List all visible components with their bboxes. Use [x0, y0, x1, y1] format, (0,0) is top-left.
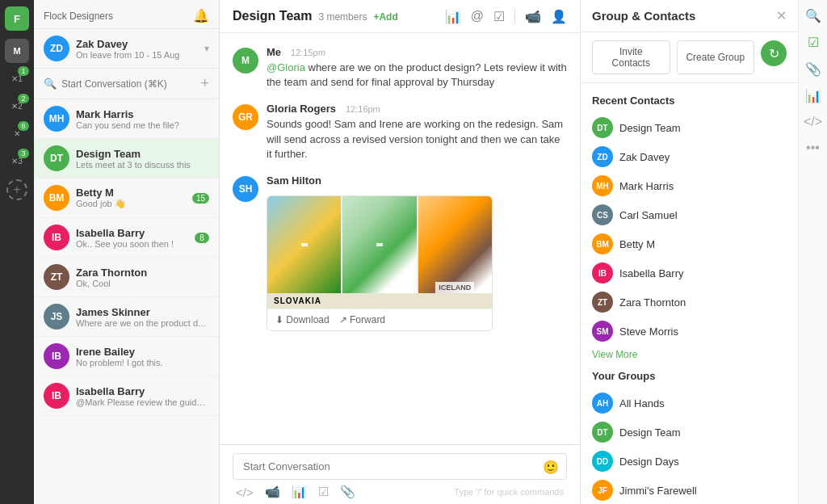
- message-header: Gloria Rogers 12:16pm: [267, 103, 567, 117]
- attachment-actions: ⬇ Download ↗ Forward: [267, 309, 492, 330]
- chat-input-area: 🙂 </> 📹 📊 ☑ 📎 Type '/' for quick command…: [220, 444, 580, 504]
- conversation-item-isabella-barry[interactable]: IB Isabella Barry Ok.. See you soon then…: [34, 218, 219, 258]
- attachment-icon[interactable]: 📎: [340, 485, 355, 499]
- add-workspace-button[interactable]: +: [6, 179, 27, 200]
- sidebar-header: Flock Designers 🔔: [34, 0, 219, 29]
- view-more-contacts-link[interactable]: View More: [592, 349, 787, 360]
- chat-title: Design Team: [233, 9, 312, 23]
- conversation-item-isabella-barry-2[interactable]: IB Isabella Barry @Mark Please review th…: [34, 376, 219, 416]
- nav-item-3[interactable]: ✕ 6: [5, 121, 29, 145]
- conversation-item-mark-harris[interactable]: MH Mark Harris Can you send me the file?: [34, 99, 219, 139]
- refresh-button[interactable]: ↻: [761, 40, 787, 66]
- group-item-jimmis-farewell[interactable]: JF Jimmi's Farewell: [592, 476, 787, 504]
- contact-avatar: MH: [592, 175, 613, 196]
- username: Zak Davey: [76, 38, 179, 50]
- notification-bell-icon[interactable]: 🔔: [193, 8, 209, 23]
- nav-item-1[interactable]: ✕1 1: [5, 66, 29, 90]
- conversation-item-zara-thornton[interactable]: ZT Zara Thornton Ok, Cool: [34, 258, 219, 297]
- group-item-all-hands[interactable]: AH All Hands: [592, 388, 787, 418]
- contact-item-zak-davey[interactable]: ZD Zak Davey: [592, 142, 787, 171]
- emoji-button[interactable]: 🙂: [543, 459, 559, 474]
- new-conversation-button[interactable]: +: [200, 75, 209, 92]
- contact-name: Isabella Barry: [619, 267, 683, 279]
- close-panel-button[interactable]: ✕: [776, 8, 787, 23]
- bar-chart-icon[interactable]: 📊: [805, 88, 821, 103]
- contact-item-mark-harris[interactable]: MH Mark Harris: [592, 171, 787, 200]
- chat-toolbar: </> 📹 📊 ☑ 📎 Type '/' for quick commands: [233, 480, 567, 501]
- contact-item-steve-morris[interactable]: SM Steve Morris: [592, 317, 787, 346]
- attachment-images: ICELAND: [267, 196, 492, 293]
- image-label-2: [376, 243, 383, 246]
- checklist-icon[interactable]: ☑: [318, 485, 329, 499]
- search-input[interactable]: [61, 78, 195, 90]
- contact-item-carl-samuel[interactable]: CS Carl Samuel: [592, 200, 787, 229]
- message-input[interactable]: [233, 453, 567, 480]
- company-name: Flock Designers: [44, 10, 187, 22]
- sidebar-item-info: Mark Harris Can you send me the file?: [76, 108, 209, 130]
- create-group-button[interactable]: Create Group: [677, 40, 755, 74]
- message-preview: @Mark Please review the guidelines: [76, 397, 209, 407]
- video-icon[interactable]: 📹: [525, 9, 541, 24]
- group-item-design-team[interactable]: DT Design Team: [592, 418, 787, 447]
- message-time: 12:16pm: [346, 104, 380, 114]
- mention-icon[interactable]: @: [471, 9, 484, 23]
- image-label-3: ICELAND: [435, 282, 474, 293]
- conversation-list: MH Mark Harris Can you send me the file?…: [34, 99, 219, 504]
- contact-name: Betty M: [76, 187, 186, 199]
- more-icon[interactable]: •••: [806, 141, 820, 155]
- members-icon[interactable]: 👤: [551, 9, 567, 24]
- group-name: Design Team: [619, 426, 681, 439]
- contact-item-design-team[interactable]: DT Design Team: [592, 113, 787, 142]
- message-item: M Me 12:15pm @Gloria where are we on the…: [233, 46, 567, 90]
- app-avatar[interactable]: F: [5, 6, 29, 31]
- nav-item-2[interactable]: ✕2 2: [5, 94, 29, 118]
- forward-button[interactable]: ↗ Forward: [339, 314, 385, 326]
- group-contacts-icon[interactable]: ☑: [808, 35, 819, 50]
- avatar: DT: [44, 145, 69, 171]
- right-panel: Group & Contacts ✕ Invite Contacts Creat…: [580, 0, 798, 504]
- chart-icon[interactable]: 📊: [292, 485, 307, 499]
- contact-avatar: IB: [592, 262, 613, 284]
- contact-name: Zak Davey: [619, 151, 670, 163]
- add-members-button[interactable]: +Add: [373, 11, 397, 23]
- search-icon: 🔍: [44, 78, 57, 90]
- group-name: All Hands: [619, 397, 665, 410]
- header-divider: [514, 8, 515, 24]
- code-icon[interactable]: </>: [804, 115, 822, 129]
- group-item-design-days[interactable]: DD Design Days: [592, 447, 787, 476]
- input-wrapper: 🙂: [233, 453, 567, 480]
- message-text: @Gloria where are we on the product desi…: [267, 61, 567, 90]
- nav-item-m[interactable]: M: [5, 39, 29, 63]
- conversation-item-irene-bailey[interactable]: IB Irene Bailey No problem! I got this.: [34, 337, 219, 376]
- contact-avatar: SM: [592, 321, 613, 342]
- conversation-item-james-skinner[interactable]: JS James Skinner Where are we on the pro…: [34, 297, 219, 337]
- checklist-icon[interactable]: ☑: [493, 9, 505, 24]
- right-panel-content: Recent Contacts DT Design Team ZD Zak Da…: [581, 83, 798, 504]
- group-avatar: DD: [592, 451, 613, 472]
- contact-item-zara-thornton[interactable]: ZT Zara Thornton: [592, 288, 787, 317]
- user-status: On leave from 10 - 15 Aug: [76, 50, 179, 60]
- sidebar-item-info: Betty M Good job 👋: [76, 187, 186, 209]
- avatar: BM: [44, 185, 69, 211]
- code-icon[interactable]: </>: [236, 485, 254, 499]
- message-preview: Where are we on the product designs?: [76, 318, 209, 328]
- contact-item-betty-m[interactable]: BM Betty M: [592, 229, 787, 258]
- invite-contacts-button[interactable]: Invite Contacts: [592, 40, 670, 74]
- nav-item-4[interactable]: ✕3 3: [5, 149, 29, 173]
- user-dropdown-icon[interactable]: ▾: [204, 43, 209, 54]
- message-sender: Me: [267, 46, 281, 58]
- conversation-item-betty-m[interactable]: BM Betty M Good job 👋 15: [34, 178, 219, 218]
- analytics-icon[interactable]: 📊: [445, 9, 461, 24]
- search-icon[interactable]: 🔍: [805, 8, 821, 23]
- message-item: SH Sam Hilton ICELAND: [233, 174, 567, 331]
- contact-item-isabella-barry[interactable]: IB Isabella Barry: [592, 258, 787, 288]
- message-preview: Can you send me the file?: [76, 120, 209, 130]
- download-button[interactable]: ⬇ Download: [275, 314, 330, 326]
- sidebar-item-info: Design Team Lets meet at 3 to discuss th…: [76, 148, 209, 170]
- avatar: IB: [44, 343, 69, 369]
- video-call-icon[interactable]: 📹: [265, 485, 280, 499]
- conversation-item-design-team[interactable]: DT Design Team Lets meet at 3 to discuss…: [34, 139, 219, 178]
- chat-members: 3 members: [318, 11, 367, 23]
- avatar: ZT: [44, 264, 69, 290]
- pin-icon[interactable]: 📎: [805, 61, 821, 77]
